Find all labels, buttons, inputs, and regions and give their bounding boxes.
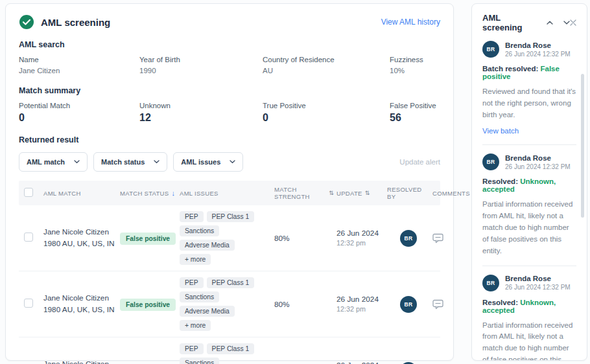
col-resolved-by: RESOLVED BY <box>387 186 430 200</box>
col-match-status[interactable]: MATCH STATUS↓ <box>120 189 177 197</box>
issue-chip: Sanctions <box>180 225 219 236</box>
field-value: 10% <box>390 67 440 74</box>
sort-icon[interactable]: ⇅ <box>329 190 334 196</box>
comment-icon[interactable] <box>432 233 443 244</box>
update-date: 26 Jun 2024 <box>336 228 384 239</box>
resolved-by-avatar[interactable]: BR <box>400 296 417 313</box>
sort-icon[interactable]: ⇅ <box>365 190 370 196</box>
col-aml-issues: AML ISSUES <box>180 190 272 197</box>
issue-chip: Sanctions <box>180 291 219 302</box>
issue-chip: PEP Class 1 <box>207 277 255 288</box>
panel-header: AML screening View AML history <box>19 14 440 30</box>
comment-timestamp: 26 Jun 2024 12:32 PM <box>505 284 571 291</box>
status-badge: False positive <box>120 233 176 245</box>
table-row: Jane Nicole Citizen1980 AU, UK, US, IN F… <box>19 337 440 364</box>
update-alert-button[interactable]: Update alert <box>399 158 440 166</box>
comment-timestamp: 26 Jun 2024 12:32 PM <box>505 163 571 170</box>
issue-chip: Adverse Media <box>180 306 235 317</box>
col-update[interactable]: UPDATE⇅ <box>336 190 384 197</box>
filter-label: AML issues <box>181 158 220 166</box>
comment-resolution: Resolved: Unknown, accepted <box>482 177 576 193</box>
collapse-down-button[interactable] <box>563 21 570 25</box>
aml-search-heading: AML search <box>19 40 440 49</box>
match-name: Jane Nicole Citizen <box>43 293 117 304</box>
row-checkbox[interactable] <box>24 299 33 308</box>
field-label: Year of Birth <box>139 56 263 63</box>
issue-chip: PEP Class 1 <box>207 211 255 222</box>
issue-chip: Adverse Media <box>180 240 235 251</box>
comment-avatar: BR <box>482 154 499 170</box>
comment-timestamp: 26 Jun 2024 12:32 PM <box>505 51 571 58</box>
update-date: 26 Jun 2024 <box>336 294 384 305</box>
table-row: Jane Nicole Citizen1980 AU, UK, US, IN F… <box>19 205 440 271</box>
chevron-down-icon <box>154 160 159 164</box>
field-label: Country of Residence <box>263 56 390 63</box>
resolved-by-avatar[interactable]: BR <box>400 362 417 364</box>
comment-item: BRBrenda Rose26 Jun 2024 12:32 PM Resolv… <box>482 266 576 361</box>
sidebar-scrollbar[interactable] <box>581 74 584 218</box>
chevron-up-icon <box>547 21 553 25</box>
col-match-strength[interactable]: MATCH STRENGTH⇅ <box>274 186 334 200</box>
sidebar-header: AML screening <box>482 13 576 32</box>
row-checkbox[interactable] <box>24 233 33 242</box>
resolved-by-avatar[interactable]: BR <box>400 230 417 247</box>
col-aml-match: AML MATCH <box>43 190 117 197</box>
match-meta: 1980 AU, UK, US, IN <box>43 304 117 315</box>
comment-avatar: BR <box>482 41 499 58</box>
match-summary-stats: Potential Match0 Unknown12 True Positive… <box>19 102 440 124</box>
update-time: 12:32 pm <box>336 304 384 314</box>
issue-chips: PEPPEP Class 1SanctionsAdverse Media+ mo… <box>180 343 272 364</box>
comment-body: Reviewed and found that it's not the rig… <box>482 86 576 120</box>
sidebar-title: AML screening <box>482 13 537 32</box>
filter-label: Match status <box>101 158 145 166</box>
stat-value: 0 <box>263 112 390 124</box>
issue-chip: PEP <box>180 211 204 222</box>
table-row: Jane Nicole Citizen1980 AU, UK, US, IN F… <box>19 271 440 337</box>
collapse-up-button[interactable] <box>547 21 553 25</box>
comment-item: BRBrenda Rose26 Jun 2024 12:32 PM Resolv… <box>482 145 576 266</box>
col-comments: COMMENTS <box>432 190 470 197</box>
select-all-checkbox[interactable] <box>24 188 33 197</box>
filters-bar: AML match Match status AML issues Update… <box>19 152 440 172</box>
issue-chip-more[interactable]: + more <box>180 320 211 331</box>
comment-icon[interactable] <box>432 299 443 310</box>
comments-sidebar: AML screening BRBrenda Rose26 Jun 2024 1… <box>471 3 587 361</box>
stat-value: 12 <box>139 112 263 124</box>
stat-value: 56 <box>390 112 440 124</box>
aml-search-fields: NameJane Citizen Year of Birth1990 Count… <box>19 56 440 74</box>
comment-item: BRBrenda Rose26 Jun 2024 12:32 PM Batch … <box>482 32 576 145</box>
page-title: AML screening <box>41 17 110 28</box>
filter-label: AML match <box>27 158 65 166</box>
view-aml-history-link[interactable]: View AML history <box>381 17 440 27</box>
issue-chip: PEP Class 1 <box>207 343 255 354</box>
match-status-filter[interactable]: Match status <box>93 152 167 172</box>
chevron-down-icon <box>563 21 570 25</box>
stat-label: True Positive <box>263 102 390 109</box>
close-sidebar-button[interactable] <box>570 17 576 28</box>
issue-chips: PEPPEP Class 1SanctionsAdverse Media+ mo… <box>180 277 272 331</box>
status-badge: False positive <box>120 299 176 311</box>
issue-chips: PEPPEP Class 1SanctionsAdverse Media+ mo… <box>180 211 272 265</box>
comment-avatar: BR <box>482 275 499 291</box>
stat-label: Unknown <box>139 102 263 109</box>
field-label: Fuzziness <box>390 56 440 63</box>
chevron-down-icon <box>74 160 80 164</box>
view-batch-link[interactable]: View batch <box>482 127 519 135</box>
match-strength: 80% <box>274 234 334 243</box>
issue-chip-more[interactable]: + more <box>180 254 211 265</box>
update-time: 12:32 pm <box>336 238 384 248</box>
sort-desc-icon[interactable]: ↓ <box>171 189 175 197</box>
returned-result-heading: Returned result <box>19 135 440 144</box>
stat-value: 0 <box>19 112 139 124</box>
comment-body: Partial information received from AML hi… <box>482 199 576 256</box>
match-summary-heading: Match summary <box>19 86 440 95</box>
aml-match-filter[interactable]: AML match <box>19 152 88 172</box>
comment-resolution: Resolved: Unknown, accepted <box>482 299 576 314</box>
issue-chip: Sanctions <box>180 358 219 364</box>
match-name: Jane Nicole Citizen <box>43 359 117 364</box>
comment-body: Partial information received from AML hi… <box>482 320 576 361</box>
match-meta: 1980 AU, UK, US, IN <box>43 238 117 249</box>
stat-label: Potential Match <box>19 102 139 109</box>
comment-author: Brenda Rose <box>505 275 571 282</box>
aml-issues-filter[interactable]: AML issues <box>173 152 243 172</box>
